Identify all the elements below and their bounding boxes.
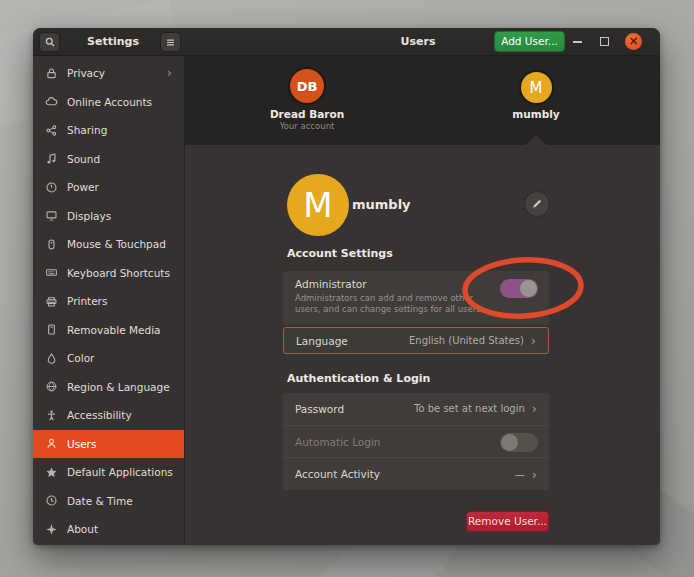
sidebar-item-users[interactable]: Users (33, 430, 184, 459)
sidebar-item-label: Removable Media (67, 324, 161, 336)
password-label: Password (295, 403, 344, 415)
sidebar-item-online-accounts[interactable]: Online Accounts (33, 88, 184, 117)
edit-name-button[interactable] (524, 191, 550, 217)
avatar: M (521, 72, 552, 103)
section-title-account-settings: Account Settings (287, 247, 393, 260)
user-carousel: DB Dread Baron Your account M mumbly (185, 56, 660, 145)
sidebar-item-label: Accessibility (67, 409, 132, 421)
hamburger-icon (165, 33, 176, 52)
cloud-icon (45, 95, 58, 108)
keyboard-icon (45, 266, 58, 279)
sidebar-item-mouse-touchpad[interactable]: Mouse & Touchpad (33, 230, 184, 259)
minimize-button[interactable] (573, 41, 582, 43)
user-name: mumbly (476, 108, 596, 120)
sidebar-item-printers[interactable]: Printers (33, 287, 184, 316)
search-icon (44, 33, 56, 52)
sidebar-item-default-applications[interactable]: Default Applications (33, 458, 184, 487)
avatar: M (287, 174, 349, 236)
account-activity-value: — (515, 469, 525, 480)
language-label: Language (296, 335, 348, 347)
sidebar-item-label: Date & Time (67, 495, 133, 507)
chevron-right-icon: › (532, 401, 537, 416)
mouse-icon (45, 238, 58, 251)
menu-button[interactable] (160, 32, 181, 52)
avatar: DB (290, 69, 324, 103)
sidebar-item-label: Sharing (67, 124, 107, 136)
sidebar-item-date-time[interactable]: Date & Time (33, 487, 184, 516)
account-activity-label: Account Activity (295, 468, 380, 480)
user-detail-name: mumbly (352, 197, 411, 212)
automatic-login-row: Automatic Login (283, 425, 549, 458)
close-button[interactable]: × (625, 33, 642, 50)
settings-window: Settings Users Add User... × Privacy › (33, 28, 660, 545)
chevron-right-icon: › (532, 467, 537, 482)
password-row[interactable]: Password To be set at next login › (283, 393, 549, 425)
administrator-toggle[interactable] (500, 279, 538, 298)
search-button[interactable] (39, 32, 60, 52)
user-card-dread-baron[interactable]: DB Dread Baron Your account (247, 69, 367, 131)
sidebar-item-privacy[interactable]: Privacy › (33, 59, 184, 88)
printer-icon (45, 295, 58, 308)
sidebar-item-sharing[interactable]: Sharing (33, 116, 184, 145)
share-icon (45, 124, 58, 137)
removable-media-icon (45, 323, 58, 336)
sidebar-item-label: About (67, 523, 98, 535)
sidebar-item-label: Color (67, 352, 94, 364)
automatic-login-label: Automatic Login (295, 436, 381, 448)
user-icon (45, 437, 58, 450)
color-droplet-icon (45, 352, 58, 365)
sidebar-item-keyboard-shortcuts[interactable]: Keyboard Shortcuts (33, 259, 184, 288)
sidebar-item-label: Privacy (67, 67, 105, 79)
app-title: Settings (73, 28, 153, 56)
sidebar-item-power[interactable]: Power (33, 173, 184, 202)
globe-icon (45, 380, 58, 393)
toggle-knob (501, 434, 518, 451)
sidebar-item-about[interactable]: About (33, 515, 184, 544)
pencil-icon (531, 195, 543, 214)
accessibility-icon (45, 409, 58, 422)
language-row[interactable]: Language English (United States) › (283, 327, 549, 354)
sidebar-item-color[interactable]: Color (33, 344, 184, 373)
user-subtitle: Your account (247, 121, 367, 131)
sidebar-item-region-language[interactable]: Region & Language (33, 373, 184, 402)
sidebar-item-label: Power (67, 181, 99, 193)
section-title-auth-login: Authentication & Login (287, 372, 430, 385)
sidebar-item-label: Online Accounts (67, 96, 152, 108)
lock-icon (45, 67, 58, 80)
desktop: Settings Users Add User... × Privacy › (0, 0, 694, 577)
sidebar-item-label: Displays (67, 210, 111, 222)
administrator-row: Administrator Administrators can add and… (283, 271, 549, 325)
selected-user-notch (525, 136, 547, 145)
sidebar-item-label: Keyboard Shortcuts (67, 267, 170, 279)
auth-login-group: Password To be set at next login › Autom… (283, 393, 549, 490)
user-detail-panel: M mumbly Account Settings Administrator … (185, 145, 660, 545)
sidebar-item-displays[interactable]: Displays (33, 202, 184, 231)
remove-user-button[interactable]: Remove User... (466, 511, 549, 532)
maximize-button[interactable] (600, 37, 609, 46)
sidebar-item-sound[interactable]: Sound (33, 145, 184, 174)
language-value: English (United States) (409, 335, 524, 346)
titlebar: Settings Users Add User... × (33, 28, 660, 56)
clock-icon (45, 494, 58, 507)
sidebar: Privacy › Online Accounts Sharing Sound … (33, 56, 185, 545)
chevron-right-icon: › (531, 333, 536, 348)
music-note-icon (45, 152, 58, 165)
automatic-login-toggle[interactable] (500, 433, 538, 452)
sidebar-item-label: Default Applications (67, 466, 173, 478)
power-icon (45, 181, 58, 194)
administrator-description: Administrators can add and remove other … (295, 293, 495, 314)
star-icon (45, 466, 58, 479)
add-user-button[interactable]: Add User... (494, 31, 565, 52)
password-value: To be set at next login (414, 403, 525, 414)
display-icon (45, 209, 58, 222)
sidebar-item-removable-media[interactable]: Removable Media (33, 316, 184, 345)
sidebar-item-accessibility[interactable]: Accessibility (33, 401, 184, 430)
user-card-mumbly[interactable]: M mumbly (476, 72, 596, 120)
sidebar-item-label: Printers (67, 295, 107, 307)
sidebar-item-label: Sound (67, 153, 100, 165)
sparkle-icon (45, 523, 58, 536)
sidebar-item-label: Region & Language (67, 381, 170, 393)
account-activity-row[interactable]: Account Activity — › (283, 457, 549, 490)
sidebar-item-label: Users (67, 438, 96, 450)
toggle-knob (520, 280, 537, 297)
